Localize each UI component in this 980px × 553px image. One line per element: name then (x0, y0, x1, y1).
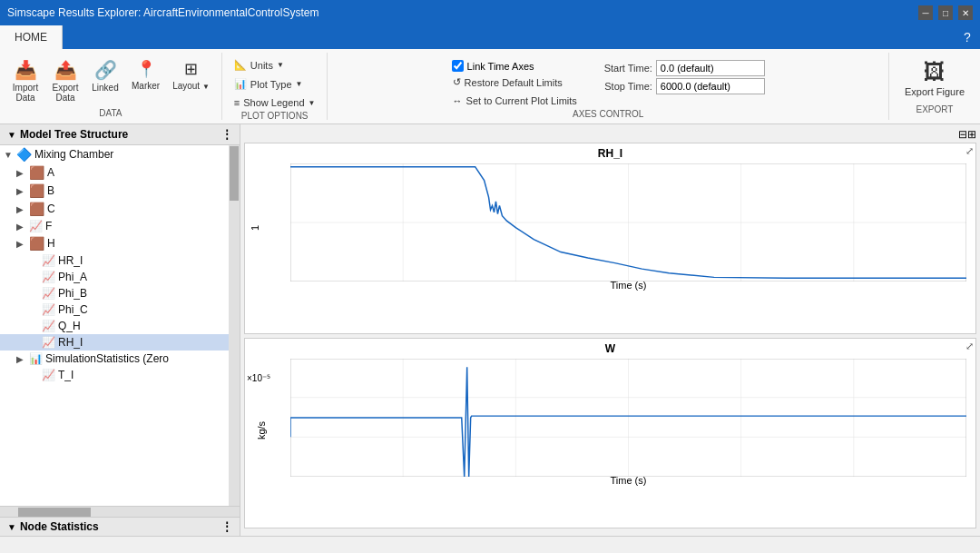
marker-icon: 📍 (136, 59, 156, 79)
tree-item-a[interactable]: ▶ 🟫 A (0, 163, 240, 182)
units-arrow: ▼ (277, 61, 284, 69)
plot-options-items: 📐 Units ▼ 📊 Plot Type ▼ ≡ Show Legend ▼ (230, 53, 320, 111)
axes-control-label: AXES CONTROL (573, 109, 643, 121)
c-icon: 🟫 (29, 202, 44, 216)
plot-w-expand[interactable]: ⤢ (965, 341, 974, 352)
plots-area: ⊟ ⊞ RH_I ⤢ 1 (240, 124, 980, 536)
import-data-button[interactable]: 📥 ImportData (7, 56, 44, 105)
minimize-btn[interactable]: ─ (918, 5, 933, 20)
linked-button[interactable]: 🔗 Linked (87, 56, 123, 95)
tree-item-q-h[interactable]: 📈 Q_H (0, 318, 240, 334)
expand-panels-btn[interactable]: ⊞ (967, 128, 976, 141)
h-scrollbar-thumb[interactable] (18, 508, 91, 517)
plot-w-canvas: ×10⁻⁵ kg/s (290, 359, 966, 507)
plot-rh-i-title: RH_I (245, 143, 975, 160)
axes-control-items: Link Time Axes ↺ Restore Default Limits … (452, 53, 765, 109)
app-title: Simscape Results Explorer: AircraftEnvir… (7, 6, 318, 19)
tree-item-mixing-chamber[interactable]: ▼ 🔷 Mixing Chamber (0, 145, 240, 163)
maximize-btn[interactable]: □ (938, 5, 953, 20)
start-time-input[interactable] (656, 60, 765, 76)
sidebar-header: ▼ Model Tree Structure ⋮ (0, 124, 240, 145)
a-icon: 🟫 (29, 165, 44, 180)
w-y-scale-label: ×10⁻⁵ (247, 373, 270, 383)
plot-type-arrow: ▼ (296, 80, 303, 88)
plots-toolbar: ⊟ ⊞ (244, 128, 976, 141)
tree-item-phi-c[interactable]: 📈 Phi_C (0, 301, 240, 318)
tree-item-t-i[interactable]: 📈 T_I (0, 367, 240, 383)
plot-type-icon: 📊 (234, 78, 247, 90)
q-h-icon: 📈 (42, 320, 55, 332)
sidebar-menu-icon[interactable]: ⋮ (221, 128, 232, 141)
restore-icon: ↺ (453, 76, 461, 88)
b-arrow[interactable]: ▶ (16, 186, 29, 196)
horizontal-scrollbar[interactable] (0, 506, 240, 517)
node-statistics-label-row: ▼ Node Statistics (7, 520, 99, 533)
units-button[interactable]: 📐 Units ▼ (230, 56, 289, 74)
tree-area: ▼ 🔷 Mixing Chamber ▶ 🟫 A ▶ 🟫 B ▶ 🟫 C ▶ (0, 145, 240, 506)
node-stats-menu[interactable]: ⋮ (221, 520, 232, 533)
plot-options-group-label: PLOT OPTIONS (241, 111, 309, 123)
tree-item-hr-i[interactable]: 📈 HR_I (0, 252, 240, 269)
set-current-plot-button[interactable]: ↔ Set to Current Plot Limits (452, 93, 582, 109)
tree-item-sim-stats[interactable]: ▶ 📊 SimulationStatistics (Zero (0, 351, 240, 367)
layout-icon: ⊞ (184, 59, 198, 79)
ribbon-group-export: 🖼 Export Figure EXPORT (889, 53, 980, 120)
collapse-icon: ▼ (7, 130, 16, 140)
restore-defaults-button[interactable]: ↺ Restore Default Limits (452, 74, 582, 91)
t-i-icon: 📈 (42, 369, 55, 381)
show-legend-arrow: ▼ (309, 99, 316, 107)
ribbon-tab-bar: HOME ? (0, 25, 980, 49)
node-statistics-section[interactable]: ▼ Node Statistics ⋮ (0, 517, 240, 536)
axes-time-inputs: Start Time: Stop Time: (589, 56, 765, 94)
plot-rh-i: RH_I ⤢ 1 (244, 143, 976, 334)
sim-stats-arrow[interactable]: ▶ (16, 354, 29, 364)
plot-rh-i-expand[interactable]: ⤢ (965, 145, 974, 157)
tree-item-f[interactable]: ▶ 📈 F (0, 218, 240, 234)
tree-item-phi-a[interactable]: 📈 Phi_A (0, 269, 240, 285)
linked-icon: 🔗 (94, 59, 117, 81)
data-group-items: 📥 ImportData 📤 ExportData 🔗 Linked 📍 Mar… (7, 53, 214, 108)
set-plot-icon: ↔ (453, 95, 463, 106)
collapse-panels-btn[interactable]: ⊟ (958, 128, 967, 141)
layout-button[interactable]: ⊞ Layout ▼ (168, 56, 214, 94)
help-button[interactable]: ? (955, 25, 980, 49)
mixing-chamber-icon: 🔷 (16, 147, 32, 162)
scrollbar-thumb[interactable] (230, 146, 239, 201)
tab-home[interactable]: HOME (0, 25, 63, 49)
plot-rh-i-canvas: 1 (290, 163, 966, 311)
tree-item-rh-i[interactable]: 📈 RH_I (0, 334, 240, 351)
a-arrow[interactable]: ▶ (16, 168, 29, 178)
c-arrow[interactable]: ▶ (16, 204, 29, 214)
marker-button[interactable]: 📍 Marker (127, 56, 164, 94)
rh-i-y-label: 1 (250, 225, 260, 231)
ribbon-content: 📥 ImportData 📤 ExportData 🔗 Linked 📍 Mar… (0, 49, 980, 123)
stop-time-input[interactable] (656, 78, 765, 94)
window-controls: ─ □ ✕ (918, 5, 973, 20)
sidebar: ▼ Model Tree Structure ⋮ ▼ 🔷 Mixing Cham… (0, 124, 240, 536)
h-arrow[interactable]: ▶ (16, 239, 29, 249)
phi-b-icon: 📈 (42, 287, 55, 300)
link-time-axes-checkbox[interactable] (452, 60, 464, 72)
import-icon: 📥 (15, 59, 37, 81)
plot-type-button[interactable]: 📊 Plot Type ▼ (230, 75, 308, 93)
status-bar (0, 536, 980, 553)
tree-item-c[interactable]: ▶ 🟫 C (0, 200, 240, 218)
export-figure-button[interactable]: 🖼 Export Figure (897, 56, 973, 100)
scrollbar-track[interactable] (229, 145, 240, 506)
title-bar: Simscape Results Explorer: AircraftEnvir… (0, 0, 980, 25)
mixing-chamber-arrow[interactable]: ▼ (4, 150, 16, 160)
phi-a-icon: 📈 (42, 271, 55, 283)
f-arrow[interactable]: ▶ (16, 222, 29, 232)
plot-w: W ⤢ ×10⁻⁵ kg/s (244, 338, 976, 529)
sidebar-title: ▼ Model Tree Structure (7, 128, 128, 141)
show-legend-button[interactable]: ≡ Show Legend ▼ (230, 94, 320, 111)
ribbon: HOME ? 📥 ImportData 📤 ExportData 🔗 Linke… (0, 25, 980, 124)
b-icon: 🟫 (29, 183, 44, 198)
tree-item-b[interactable]: ▶ 🟫 B (0, 182, 240, 200)
tree-item-h[interactable]: ▶ 🟫 H (0, 234, 240, 252)
stop-time-row: Stop Time: (589, 78, 765, 94)
sim-stats-icon: 📊 (29, 352, 43, 365)
close-btn[interactable]: ✕ (958, 5, 973, 20)
export-data-button[interactable]: 📤 ExportData (47, 56, 83, 105)
tree-item-phi-b[interactable]: 📈 Phi_B (0, 285, 240, 301)
